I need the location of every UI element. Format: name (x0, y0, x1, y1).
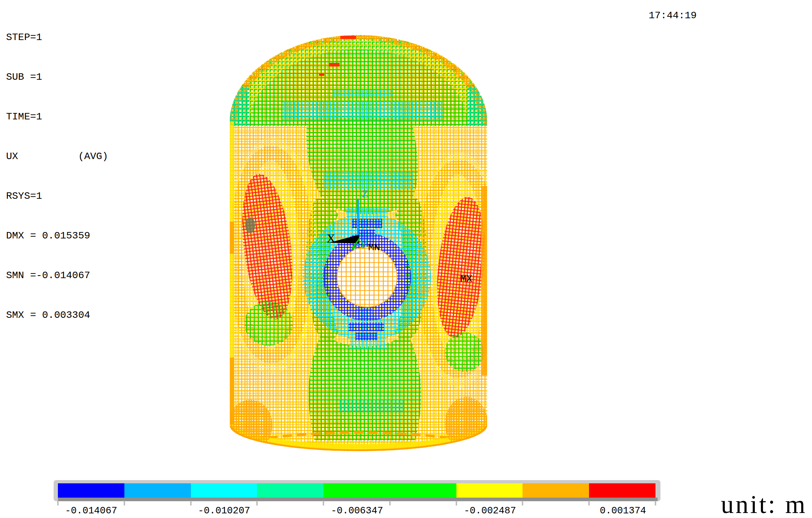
legend-segment-6 (456, 483, 523, 498)
ansys-viewport: STEP=1 SUB =1 TIME=1 UX (AVG) RSYS=1 DMX… (0, 0, 812, 518)
legend-tick-4 (323, 501, 324, 505)
nozzle-hole (313, 207, 421, 349)
legend-tick-0 (57, 501, 59, 505)
legend-segment-5 (390, 483, 456, 498)
y-axis-label: Y (360, 238, 367, 250)
legend-tick-9 (655, 501, 656, 505)
left-hotspot (227, 137, 318, 374)
legend-bar (58, 483, 655, 498)
legend-tick-5 (389, 501, 391, 505)
legend-shadow (58, 498, 658, 501)
legend-label-0: -0.014067 (55, 505, 127, 516)
legend-label-3: -0.002487 (454, 505, 526, 516)
legend-tick-7 (522, 501, 523, 505)
legend-segment-7 (523, 483, 589, 498)
x-axis-label: X (327, 232, 336, 245)
legend-segment-3 (257, 483, 323, 498)
legend-tick-8 (588, 501, 590, 505)
legend-segment-0 (58, 483, 124, 498)
mx-label: MX (460, 273, 472, 285)
legend-segment-8 (589, 483, 655, 498)
legend-label-1: -0.010207 (188, 505, 260, 516)
z-axis-label: Z (362, 188, 368, 199)
contour-legend (54, 480, 660, 501)
legend-tick-3 (256, 501, 258, 505)
legend-label-2: -0.006347 (321, 505, 393, 516)
mn-label: MN (368, 242, 380, 253)
legend-tick-6 (456, 501, 457, 505)
legend-segment-4 (323, 483, 390, 498)
legend-tick-2 (190, 501, 192, 505)
model-canvas: Z X Y MN MX (0, 0, 812, 518)
legend-segment-2 (191, 483, 257, 498)
legend-label-4: 0.001374 (587, 505, 659, 516)
unit-label: unit: m (721, 490, 807, 518)
legend-tick-1 (124, 501, 125, 505)
legend-segment-1 (124, 483, 191, 498)
